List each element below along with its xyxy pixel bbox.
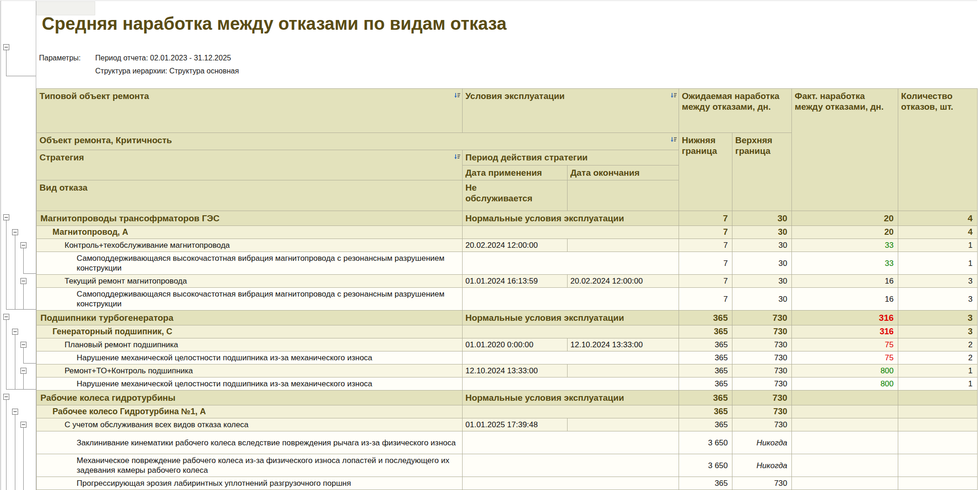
- cell-upper-bound[interactable]: Никогда: [732, 454, 792, 477]
- column-header-date-to[interactable]: Дата окончания: [568, 166, 679, 180]
- column-header-conditions[interactable]: Условия эксплуатации: [463, 89, 679, 133]
- collapse-toggle[interactable]: [3, 44, 9, 50]
- column-header-object[interactable]: Типовой объект ремонта: [37, 89, 463, 133]
- cell-failure-count[interactable]: 4: [898, 226, 978, 239]
- column-header-failure-type[interactable]: Вид отказа: [37, 180, 463, 211]
- cell-upper-bound[interactable]: 30: [732, 226, 792, 239]
- cell-upper-bound[interactable]: 30: [732, 211, 792, 226]
- cell-actual-mtbf[interactable]: [792, 454, 898, 477]
- cell-actual-mtbf[interactable]: 33: [792, 252, 898, 275]
- collapse-toggle[interactable]: [3, 214, 9, 220]
- collapse-toggle[interactable]: [12, 409, 18, 415]
- cell-actual-mtbf[interactable]: 33: [792, 239, 898, 252]
- cell-lower-bound[interactable]: 365: [679, 418, 732, 431]
- cell-name[interactable]: Плановый ремонт подшипника: [37, 338, 463, 351]
- cell-lower-bound[interactable]: 7: [679, 288, 732, 311]
- cell-failure-count[interactable]: 3: [898, 275, 978, 288]
- cell-lower-bound[interactable]: 7: [679, 239, 732, 252]
- column-header-lower-bound[interactable]: Нижняя граница: [679, 133, 732, 211]
- cell-name[interactable]: Контроль+техобслуживание магнитопровода: [37, 239, 463, 252]
- cell-date-from[interactable]: 01.01.2020 0:00:00: [463, 338, 568, 351]
- sort-ascending-icon[interactable]: [670, 135, 677, 141]
- cell-name[interactable]: Магнитопроводы трансофрматоров ГЭС: [37, 211, 463, 226]
- cell-name[interactable]: Заклинивание кинематики рабочего колеса …: [37, 431, 463, 454]
- cell-lower-bound[interactable]: 365: [679, 325, 732, 338]
- cell-failure-count[interactable]: 1: [898, 364, 978, 377]
- cell-name[interactable]: С учетом обслуживания всех видов отказа …: [37, 418, 463, 431]
- cell-failure-count[interactable]: 2: [898, 338, 978, 351]
- cell-failure-count[interactable]: [898, 454, 978, 477]
- cell-name[interactable]: Механическое повреждение рабочего колеса…: [37, 454, 463, 477]
- cell-name[interactable]: Магнитопровод, А: [37, 226, 463, 239]
- cell-actual-mtbf[interactable]: [792, 418, 898, 431]
- collapse-toggle[interactable]: [12, 329, 18, 335]
- cell-lower-bound[interactable]: 365: [679, 477, 732, 490]
- cell-upper-bound[interactable]: Никогда: [732, 431, 792, 454]
- cell-upper-bound[interactable]: 30: [732, 288, 792, 311]
- cell-name[interactable]: Рабочие колеса гидротурбины: [37, 391, 463, 405]
- cell-upper-bound[interactable]: 730: [732, 418, 792, 431]
- cell-actual-mtbf[interactable]: [792, 431, 898, 454]
- cell-date-to[interactable]: 12.10.2024 13:33:00: [568, 338, 679, 351]
- cell-name[interactable]: Нарушение механической целостности подши…: [37, 351, 463, 364]
- collapse-toggle[interactable]: [20, 242, 26, 248]
- cell-actual-mtbf[interactable]: 75: [792, 338, 898, 351]
- collapse-toggle[interactable]: [3, 314, 9, 320]
- column-header-expected-mtbf[interactable]: Ожидаемая наработка между отказами, дн.: [679, 89, 792, 133]
- cell-upper-bound[interactable]: 730: [732, 311, 792, 325]
- cell-conditions[interactable]: Нормальные условия эксплуатации: [463, 211, 679, 226]
- cell-failure-count[interactable]: [898, 405, 978, 418]
- cell-upper-bound[interactable]: 730: [732, 338, 792, 351]
- cell-failure-count[interactable]: 2: [898, 351, 978, 364]
- cell-name[interactable]: Текущий ремонт магнитопровода: [37, 275, 463, 288]
- cell-conditions[interactable]: [463, 477, 679, 490]
- cell-name[interactable]: Подшипники турбогенератора: [37, 311, 463, 325]
- header-not-serviced-cell[interactable]: Не обслуживается: [463, 180, 568, 211]
- cell-failure-count[interactable]: 1: [898, 239, 978, 252]
- cell-lower-bound[interactable]: 365: [679, 338, 732, 351]
- collapse-toggle[interactable]: [3, 394, 9, 400]
- cell-actual-mtbf[interactable]: 800: [792, 364, 898, 377]
- cell-name[interactable]: Рабочее колесо Гидротурбина №1, А: [37, 405, 463, 418]
- cell-conditions[interactable]: [463, 325, 679, 338]
- cell-lower-bound[interactable]: 7: [679, 211, 732, 226]
- collapse-toggle[interactable]: [20, 342, 26, 348]
- cell-failure-count[interactable]: 3: [898, 325, 978, 338]
- sort-ascending-icon[interactable]: [454, 91, 461, 97]
- cell-actual-mtbf[interactable]: [792, 477, 898, 490]
- cell-upper-bound[interactable]: 730: [732, 364, 792, 377]
- cell-actual-mtbf[interactable]: 316: [792, 325, 898, 338]
- cell-lower-bound[interactable]: 365: [679, 391, 732, 405]
- cell-upper-bound[interactable]: 730: [732, 377, 792, 391]
- cell-conditions[interactable]: [463, 454, 679, 477]
- sort-ascending-icon[interactable]: [454, 152, 461, 159]
- cell-actual-mtbf[interactable]: 316: [792, 311, 898, 325]
- cell-date-from[interactable]: 01.01.2025 17:39:48: [463, 418, 568, 431]
- cell-failure-count[interactable]: 3: [898, 288, 978, 311]
- cell-date-from[interactable]: 12.10.2024 13:33:00: [463, 364, 568, 377]
- cell-date-from[interactable]: 20.02.2024 12:00:00: [463, 239, 568, 252]
- cell-name[interactable]: Прогрессирующая эрозия лабиринтных уплот…: [37, 477, 463, 490]
- cell-upper-bound[interactable]: 730: [732, 325, 792, 338]
- collapse-toggle[interactable]: [20, 422, 26, 428]
- column-header-date-from[interactable]: Дата применения: [463, 166, 568, 180]
- cell-conditions[interactable]: [463, 288, 679, 311]
- cell-upper-bound[interactable]: 30: [732, 252, 792, 275]
- cell-lower-bound[interactable]: 3 650: [679, 431, 732, 454]
- cell-failure-count[interactable]: [898, 477, 978, 490]
- cell-actual-mtbf[interactable]: [792, 391, 898, 405]
- cell-lower-bound[interactable]: 365: [679, 405, 732, 418]
- cell-upper-bound[interactable]: 730: [732, 391, 792, 405]
- cell-name[interactable]: Ремонт+ТО+Контроль подшипника: [37, 364, 463, 377]
- cell-upper-bound[interactable]: 730: [732, 405, 792, 418]
- collapse-toggle[interactable]: [20, 368, 26, 374]
- cell-lower-bound[interactable]: 365: [679, 377, 732, 391]
- cell-upper-bound[interactable]: 730: [732, 477, 792, 490]
- cell-name[interactable]: Нарушение механической целостности подши…: [37, 377, 463, 391]
- column-header-strategy-period[interactable]: Период действия стратегии: [463, 150, 679, 166]
- cell-lower-bound[interactable]: 3 650: [679, 454, 732, 477]
- cell-conditions[interactable]: [463, 351, 679, 364]
- cell-conditions[interactable]: [463, 431, 679, 454]
- cell-actual-mtbf[interactable]: 20: [792, 226, 898, 239]
- cell-conditions[interactable]: [463, 377, 679, 391]
